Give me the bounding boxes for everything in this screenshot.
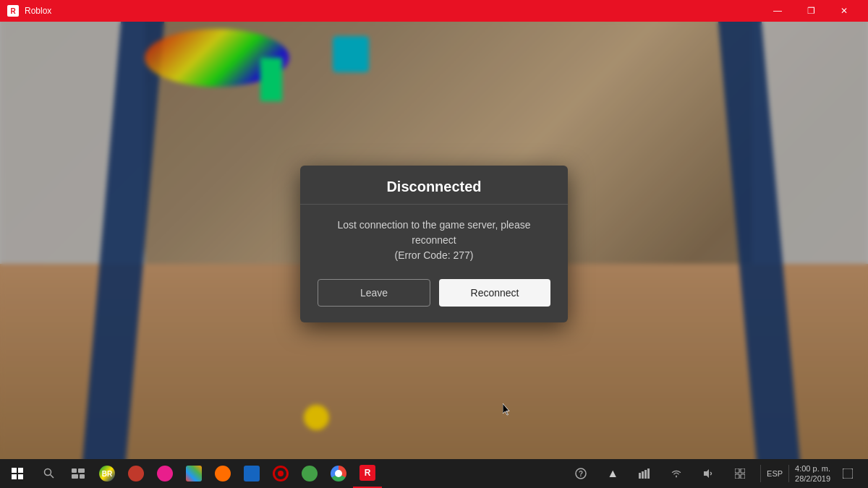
dialog-message: Lost connection to the game server, plea… [318,218,550,263]
language-indicator[interactable]: ESP [767,469,783,478]
window-controls: — ❐ ✕ [761,0,861,22]
window-title: Roblox [25,6,761,16]
svg-rect-11 [647,468,650,479]
action-center-icon[interactable] [726,459,754,488]
svg-rect-9 [642,471,644,479]
search-icon [43,468,55,479]
start-button[interactable] [0,459,35,488]
app-icon-green[interactable] [295,459,324,488]
question-icon: ? [575,468,587,479]
close-button[interactable]: ✕ [827,0,861,22]
taskbar-left: BR R [0,459,566,488]
title-bar: R Roblox — ❐ ✕ [0,0,868,22]
dialog-buttons: Leave Reconnect [300,276,568,322]
app-icon: R [7,5,19,17]
dialog-overlay: Disconnected Lost connection to the game… [0,22,868,466]
task-view-icon [72,468,85,479]
app-icon-target[interactable] [266,459,295,488]
minimize-button[interactable]: — [761,0,794,22]
taskbar: BR R [0,459,868,488]
dialog-body: Lost connection to the game server, plea… [300,205,568,276]
leave-button[interactable]: Leave [318,279,430,307]
svg-text:?: ? [579,470,583,478]
search-taskbar-icon[interactable] [35,459,64,488]
svg-rect-8 [639,473,641,479]
notification-icon[interactable] [833,459,862,488]
svg-rect-13 [735,468,739,473]
date-display: 28/2/2019 [795,474,830,484]
app-icon-blue[interactable] [237,459,266,488]
svg-rect-2 [72,468,77,473]
taskview-icon[interactable] [64,459,93,488]
chevron-up-icon[interactable]: ▲ [598,459,627,488]
app-icon-paint[interactable] [179,459,208,488]
taskbar-separator [760,465,761,482]
app-icon-pink[interactable] [150,459,179,488]
chrome-icon[interactable] [324,459,353,488]
svg-rect-10 [644,470,647,479]
svg-rect-5 [80,474,85,479]
svg-rect-3 [78,468,85,473]
svg-line-1 [51,475,54,479]
volume-icon[interactable] [694,459,723,488]
dialog-title-area: Disconnected [300,166,568,205]
roblox-taskbar-icon[interactable]: R [353,459,382,488]
app-icon-orange[interactable] [208,459,237,488]
taskbar-right: ? ▲ [566,459,868,488]
app-icon-red[interactable] [122,459,150,488]
maximize-button[interactable]: ❐ [794,0,827,22]
svg-rect-14 [741,468,745,473]
svg-marker-12 [704,469,709,478]
help-icon[interactable]: ? [566,459,595,488]
taskbar-clock[interactable]: 4:00 p. m. 28/2/2019 [795,463,830,484]
brazil-flag-icon[interactable]: BR [93,459,122,488]
disconnected-dialog: Disconnected Lost connection to the game… [300,166,568,322]
wifi-icon[interactable] [662,459,691,488]
time-display: 4:00 p. m. [795,463,830,474]
reconnect-button[interactable]: Reconnect [439,279,550,307]
windows-logo-icon [12,468,23,479]
svg-rect-16 [741,474,745,479]
svg-rect-17 [843,468,853,479]
network-icon[interactable] [630,459,659,488]
svg-rect-4 [72,474,78,479]
svg-point-0 [45,469,51,476]
dialog-title: Disconnected [386,179,481,194]
svg-rect-15 [735,474,739,479]
taskbar-separator-2 [788,465,789,482]
